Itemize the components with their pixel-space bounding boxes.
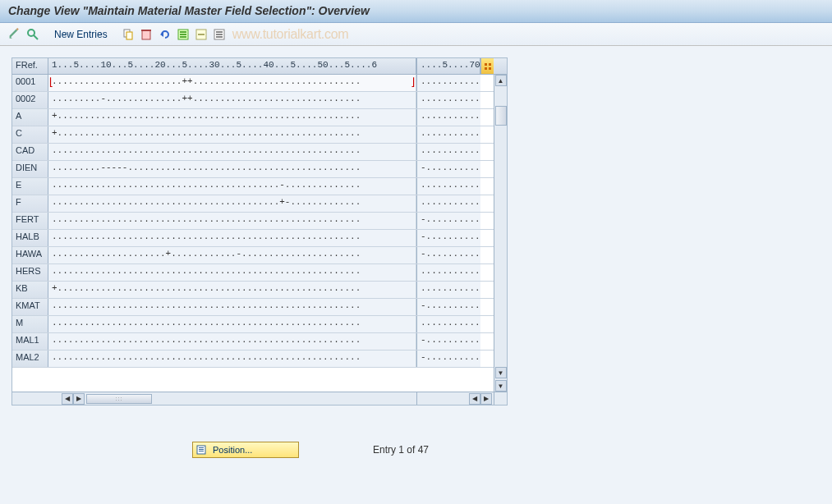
table-row[interactable]: CAD.....................................…: [12, 144, 494, 161]
position-button[interactable]: Position...: [192, 442, 299, 458]
entry-counter-text: Entry 1 of 47: [373, 444, 429, 456]
cell-fieldstring-main[interactable]: ........................................…: [48, 195, 416, 212]
cell-fieldstring-main[interactable]: ........................................…: [48, 213, 416, 229]
cell-fieldstring-right[interactable]: ............: [416, 195, 480, 212]
delete-button[interactable]: [139, 26, 155, 43]
cell-fieldstring-right[interactable]: ............: [416, 109, 480, 126]
cell-fref[interactable]: F: [12, 195, 48, 212]
cell-fieldstring-right[interactable]: -...........: [416, 161, 480, 177]
table-row[interactable]: F.......................................…: [12, 195, 494, 213]
table-row[interactable]: HALB....................................…: [12, 230, 494, 247]
hscroll-right-button-2[interactable]: ▶: [480, 393, 492, 405]
deselect-all-button[interactable]: [211, 26, 228, 43]
cell-fref[interactable]: DIEN: [12, 161, 48, 177]
hscroll-left-button-2[interactable]: ◀: [469, 393, 480, 405]
cell-fieldstring-main[interactable]: +.......................................…: [48, 109, 416, 126]
cell-fieldstring-right[interactable]: -...........: [416, 213, 480, 229]
cell-fieldstring-main[interactable]: ........................................…: [48, 333, 416, 350]
table-row[interactable]: E.......................................…: [12, 178, 494, 195]
hscroll-right-button[interactable]: ▶: [73, 393, 85, 405]
cell-fieldstring-right[interactable]: ............: [416, 126, 480, 143]
cell-fref[interactable]: FERT: [12, 213, 48, 229]
cell-fref[interactable]: CAD: [12, 144, 48, 160]
cell-fieldstring-main[interactable]: +.......................................…: [48, 126, 416, 143]
col-header-fref[interactable]: FRef.: [12, 58, 48, 74]
svg-rect-14: [216, 31, 223, 33]
footer-row: Position... Entry 1 of 47: [192, 442, 821, 458]
col-header-ruler-right[interactable]: ....5....70...9: [416, 58, 480, 74]
cell-fref[interactable]: KB: [12, 282, 48, 298]
cell-fieldstring-main[interactable]: ........................................…: [48, 351, 416, 367]
select-block-button[interactable]: [193, 26, 209, 43]
col-header-ruler-main[interactable]: 1...5....10...5....20...5....30...5....4…: [48, 58, 416, 74]
svg-rect-22: [199, 447, 204, 448]
vscroll-thumb[interactable]: [495, 106, 507, 126]
cell-fieldstring-main[interactable]: ........................................…: [48, 264, 416, 281]
cell-fieldstring-right[interactable]: ............: [416, 178, 480, 195]
cell-fref[interactable]: HAWA: [12, 247, 48, 263]
table-row[interactable]: KMAT....................................…: [12, 299, 494, 316]
cell-fref[interactable]: 0001: [12, 75, 48, 91]
table-row[interactable]: 0001........................++..........…: [12, 75, 494, 92]
vertical-scrollbar[interactable]: ▲ ▼ ▼: [494, 75, 507, 392]
scroll-down-button-2[interactable]: ▼: [495, 380, 507, 392]
cell-fieldstring-right[interactable]: -...........: [416, 299, 480, 315]
cell-fref[interactable]: E: [12, 178, 48, 195]
table-row[interactable]: HERS....................................…: [12, 264, 494, 282]
cell-fieldstring-right[interactable]: ............: [416, 316, 480, 332]
position-button-label: Position...: [213, 445, 252, 455]
table-row[interactable]: MAL1....................................…: [12, 333, 494, 351]
cell-fieldstring-main[interactable]: ........................................…: [48, 299, 416, 315]
table-row[interactable]: MAL2....................................…: [12, 351, 494, 368]
cell-fref[interactable]: M: [12, 316, 48, 332]
select-all-button[interactable]: [175, 26, 191, 43]
table-row[interactable]: C+......................................…: [12, 126, 494, 144]
cell-fref[interactable]: KMAT: [12, 299, 48, 315]
cell-fieldstring-right[interactable]: ............: [416, 92, 480, 108]
cell-fref[interactable]: A: [12, 109, 48, 126]
cell-fieldstring-right[interactable]: -...........: [416, 247, 480, 263]
other-entry-button[interactable]: [25, 26, 41, 43]
cell-fieldstring-right[interactable]: ............: [416, 264, 480, 281]
cell-fref[interactable]: HERS: [12, 264, 48, 281]
hscroll-thumb[interactable]: :::: [86, 394, 152, 404]
cell-fieldstring-right[interactable]: -...........: [416, 333, 480, 350]
copy-as-button[interactable]: [121, 26, 137, 43]
cell-fieldstring-main[interactable]: ........................................…: [48, 178, 416, 195]
undo-button[interactable]: [157, 26, 173, 43]
cell-fieldstring-main[interactable]: ........................++..............…: [48, 75, 416, 91]
cell-fref[interactable]: MAL2: [12, 351, 48, 367]
cell-fref[interactable]: MAL1: [12, 333, 48, 350]
cell-fieldstring-right[interactable]: -...........: [416, 351, 480, 367]
hscroll-left-button[interactable]: ◀: [62, 393, 73, 405]
table-row[interactable]: KB+.....................................…: [12, 282, 494, 299]
cell-fref[interactable]: 0002: [12, 92, 48, 108]
cell-fieldstring-main[interactable]: .....................+............-.....…: [48, 247, 416, 263]
watermark-text: www.tutorialkart.com: [232, 27, 349, 42]
cell-fref[interactable]: HALB: [12, 230, 48, 246]
cell-fieldstring-right[interactable]: -...........: [416, 230, 480, 246]
cell-fieldstring-main[interactable]: +.......................................…: [48, 282, 416, 298]
cell-fieldstring-main[interactable]: ........................................…: [48, 230, 416, 246]
cell-fieldstring-main[interactable]: .........-..............++..............…: [48, 92, 416, 108]
scroll-up-button[interactable]: ▲: [495, 75, 507, 86]
cell-fref[interactable]: C: [12, 126, 48, 143]
cell-fieldstring-right[interactable]: ............: [416, 144, 480, 160]
table-row[interactable]: DIEN.........-----......................…: [12, 161, 494, 178]
table-row[interactable]: FERT....................................…: [12, 213, 494, 230]
cell-fieldstring-right[interactable]: ............: [416, 75, 480, 91]
table-row[interactable]: M.......................................…: [12, 316, 494, 333]
cell-fieldstring-main[interactable]: ........................................…: [48, 316, 416, 332]
table-row[interactable]: A+......................................…: [12, 109, 494, 126]
new-entries-button[interactable]: New Entries: [49, 27, 113, 42]
cell-fieldstring-main[interactable]: .........-----..........................…: [48, 161, 416, 177]
table-row[interactable]: HAWA.....................+............-.…: [12, 247, 494, 264]
data-grid: FRef. 1...5....10...5....20...5....30...…: [11, 57, 508, 405]
cell-fieldstring-main[interactable]: ........................................…: [48, 144, 416, 160]
cell-fieldstring-right[interactable]: ............: [416, 282, 480, 298]
toggle-display-change-button[interactable]: [7, 26, 23, 43]
selection-bracket-right: ⌋: [410, 76, 416, 89]
scroll-down-button[interactable]: ▼: [495, 367, 507, 378]
grid-config-button[interactable]: [480, 58, 494, 74]
table-row[interactable]: 0002.........-..............++..........…: [12, 92, 494, 109]
